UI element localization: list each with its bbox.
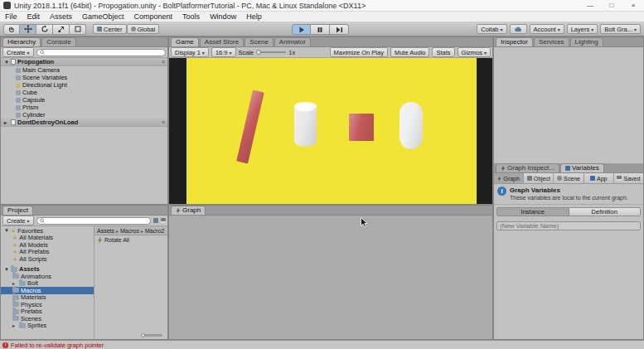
create-label: Create — [7, 217, 26, 225]
hierarchy-item-cylinder[interactable]: Cylinder — [1, 111, 167, 119]
favorite-all-models[interactable]: ★All Models — [1, 241, 94, 249]
foldout-open-icon[interactable]: ▼ — [4, 267, 9, 272]
foldout-open-icon[interactable]: ▼ — [4, 228, 9, 233]
project-zoom-slider[interactable] — [141, 334, 162, 337]
display-dropdown[interactable]: Display 1 ▾ — [171, 47, 209, 57]
hierarchy-item-main-camera[interactable]: Main Camera — [1, 66, 167, 74]
orientation-toggle-button[interactable]: Global — [127, 24, 160, 34]
tab-project[interactable]: Project — [2, 206, 33, 215]
account-dropdown[interactable]: Account ▾ — [530, 24, 564, 34]
step-button[interactable] — [330, 24, 349, 35]
slider-knob[interactable] — [256, 50, 261, 55]
scope-tab-saved[interactable]: Saved — [614, 173, 643, 183]
gizmos-dropdown[interactable]: Gizmos▾ — [458, 47, 491, 57]
project-create-button[interactable]: Create ▾ — [2, 216, 34, 225]
project-searchbox[interactable] — [36, 217, 151, 225]
favorite-all-prefabs[interactable]: ★All Prefabs — [1, 249, 94, 256]
hierarchy-item-capsule[interactable]: Capsule — [1, 96, 167, 104]
foldout-open-icon[interactable]: ▼ — [4, 60, 9, 65]
move-tool-button[interactable] — [20, 24, 36, 35]
minimize-button[interactable]: — — [579, 0, 601, 11]
play-button[interactable] — [292, 24, 311, 35]
scene-menu-icon[interactable]: ≡ — [162, 59, 165, 65]
menu-file[interactable]: File — [0, 12, 22, 22]
rect-tool-button[interactable] — [70, 24, 86, 35]
new-variable-input[interactable] — [496, 221, 641, 230]
project-search-input[interactable] — [46, 217, 148, 224]
scope-tab-scene[interactable]: Scene — [554, 173, 583, 183]
foldout-closed-icon[interactable]: ▸ — [4, 119, 9, 125]
menu-component[interactable]: Component — [129, 12, 178, 22]
folder-scenes[interactable]: Scenes — [1, 315, 94, 322]
tab-scene[interactable]: Scene — [245, 37, 274, 46]
scope-tab-app[interactable]: App — [584, 173, 614, 183]
stats-toggle[interactable]: Stats — [432, 47, 454, 57]
tab-services[interactable]: Services — [534, 37, 569, 46]
search-by-type-icon[interactable] — [153, 218, 158, 223]
search-by-label-icon[interactable] — [161, 218, 166, 223]
foldout-closed-icon[interactable]: ▸ — [12, 322, 17, 328]
favorite-all-materials[interactable]: ★All Materials — [1, 235, 94, 242]
item-label: Prism — [22, 104, 38, 111]
tab-graph[interactable]: Graph — [171, 206, 206, 215]
tab-lighting[interactable]: Lighting — [570, 37, 603, 46]
scope-tab-graph[interactable]: Graph — [494, 173, 524, 183]
folder-animations[interactable]: Animations — [1, 273, 94, 280]
close-button[interactable]: × — [622, 0, 644, 11]
pivot-controls: Center Global — [93, 24, 159, 34]
hierarchy-item-cube[interactable]: Cube — [1, 89, 167, 96]
maximize-button[interactable]: □ — [601, 0, 622, 11]
hierarchy-item-scene-variables[interactable]: Scene Variables — [1, 74, 167, 81]
mode-tab-definition[interactable]: Definition — [569, 208, 641, 216]
menu-window[interactable]: Window — [205, 12, 241, 22]
favorites-header[interactable]: ▼ ★ Favorites — [1, 227, 94, 235]
breadcrumb-macros[interactable]: Macros — [120, 228, 139, 234]
menu-tools[interactable]: Tools — [177, 12, 205, 22]
tab-asset-store[interactable]: Asset Store — [200, 37, 244, 46]
hierarchy-item-directional-light[interactable]: Directional Light — [1, 81, 167, 89]
layers-dropdown[interactable]: Layers ▾ — [567, 24, 598, 34]
menu-help[interactable]: Help — [241, 12, 267, 22]
aspect-dropdown[interactable]: 16:9 ▾ — [211, 47, 236, 57]
tab-animator[interactable]: Animator — [274, 37, 311, 46]
folder-sprites[interactable]: ▸Sprites — [1, 322, 94, 330]
tab-console[interactable]: Console — [41, 37, 75, 46]
menu-gameobject[interactable]: GameObject — [77, 12, 129, 22]
maximize-on-play-toggle[interactable]: Maximize On Play — [330, 47, 388, 57]
slider-knob[interactable] — [141, 333, 145, 337]
tab-variables[interactable]: Variables — [560, 163, 604, 172]
collab-button[interactable]: Collab ▾ — [477, 24, 506, 34]
scale-slider[interactable] — [256, 51, 286, 53]
scale-tool-button[interactable] — [53, 24, 70, 35]
hierarchy-create-button[interactable]: Create ▾ — [2, 47, 34, 57]
breadcrumb-assets[interactable]: Assets — [97, 228, 114, 234]
hand-tool-button[interactable] — [3, 24, 20, 35]
scope-tab-object[interactable]: Object — [524, 173, 554, 183]
foldout-closed-icon[interactable]: ▸ — [12, 280, 17, 286]
hierarchy-item-prism[interactable]: Prism — [1, 104, 167, 111]
scene-menu-icon[interactable]: ≡ — [162, 119, 165, 125]
layout-dropdown[interactable]: Bolt Gra... ▾ — [600, 24, 641, 34]
menu-assets[interactable]: Assets — [45, 12, 77, 22]
scene-header-dontdestroyonload[interactable]: ▸ DontDestroyOnLoad ≡ — [1, 119, 167, 127]
tab-hierarchy[interactable]: Hierarchy — [2, 37, 41, 46]
tab-inspector[interactable]: Inspector — [496, 37, 533, 46]
pivot-toggle-button[interactable]: Center — [93, 24, 127, 34]
menu-edit[interactable]: Edit — [22, 12, 46, 22]
breadcrumb-macro2[interactable]: Macro2 — [145, 228, 164, 234]
chevron-down-icon: ▾ — [484, 50, 487, 56]
mute-audio-toggle[interactable]: Mute Audio — [390, 47, 430, 57]
hierarchy-searchbox[interactable] — [36, 49, 166, 56]
graph-canvas[interactable] — [169, 216, 492, 339]
rotate-tool-button[interactable] — [36, 24, 53, 35]
mode-tab-instance[interactable]: Instance — [497, 208, 569, 216]
status-bar[interactable]: ! Failed to re-validate graph pointer — [0, 340, 644, 349]
pause-button[interactable] — [311, 24, 330, 35]
tab-graph-inspector[interactable]: Graph Inspect... — [496, 163, 559, 172]
tab-game[interactable]: Game — [171, 37, 199, 46]
favorite-all-scripts[interactable]: ★All Scripts — [1, 255, 94, 263]
asset-rotate-all[interactable]: Rotate All — [94, 235, 167, 244]
cloud-button[interactable] — [510, 24, 527, 34]
hierarchy-search-input[interactable] — [46, 49, 162, 56]
scene-header-propogation[interactable]: ▼ Propogation ≡ — [1, 58, 167, 66]
